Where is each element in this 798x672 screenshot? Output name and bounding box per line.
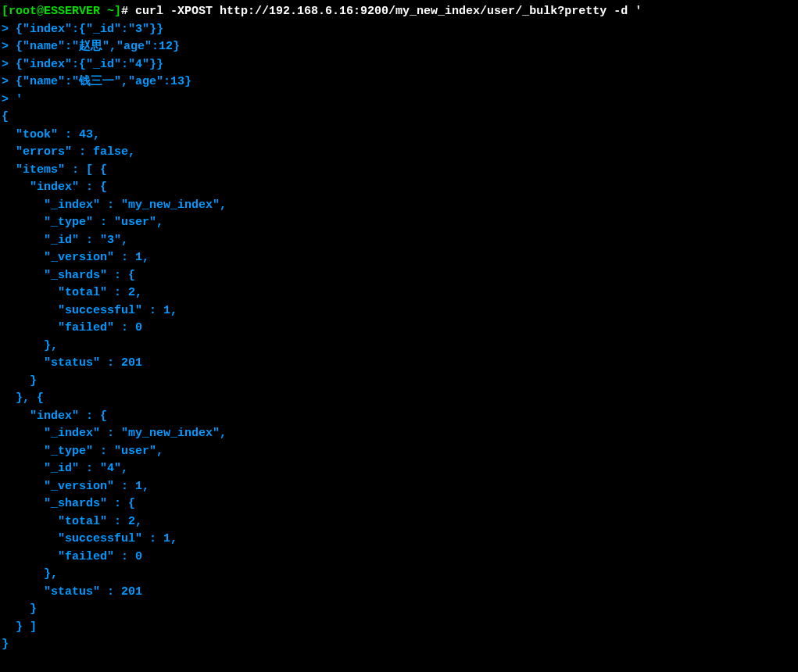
response-line-6: "_type" : "user", xyxy=(2,214,796,232)
input-line-4: > ' xyxy=(2,91,796,109)
response-line-18: "_index" : "my_new_index", xyxy=(2,425,796,443)
response-line-17: "index" : { xyxy=(2,408,796,426)
command-prompt-line: [root@ESSERVER ~]# curl -XPOST http://19… xyxy=(2,3,796,21)
response-line-0: { xyxy=(2,109,796,127)
input-line-3: > {"name":"钱三一","age":13} xyxy=(2,73,796,91)
input-line-2: > {"index":{"_id":"4"}} xyxy=(2,56,796,74)
response-line-22: "_shards" : { xyxy=(2,495,796,513)
response-line-1: "took" : 43, xyxy=(2,127,796,145)
response-line-3: "items" : [ { xyxy=(2,162,796,180)
prompt-hash: # xyxy=(121,5,135,18)
response-line-13: }, xyxy=(2,338,796,356)
response-line-11: "successful" : 1, xyxy=(2,302,796,320)
response-line-2: "errors" : false, xyxy=(2,144,796,162)
response-line-20: "_id" : "4", xyxy=(2,460,796,478)
response-line-4: "index" : { xyxy=(2,179,796,197)
response-line-16: }, { xyxy=(2,390,796,408)
response-line-5: "_index" : "my_new_index", xyxy=(2,197,796,215)
input-line-1: > {"name":"赵思","age":12} xyxy=(2,38,796,56)
input-line-0: > {"index":{"_id":"3"}} xyxy=(2,21,796,39)
response-line-30: } xyxy=(2,636,796,654)
command-text: curl -XPOST http://192.168.6.16:9200/my_… xyxy=(135,5,642,18)
response-line-28: } xyxy=(2,601,796,619)
response-line-25: "failed" : 0 xyxy=(2,549,796,567)
response-line-9: "_shards" : { xyxy=(2,267,796,285)
response-line-19: "_type" : "user", xyxy=(2,443,796,461)
terminal-window[interactable]: [root@ESSERVER ~]# curl -XPOST http://19… xyxy=(2,3,796,654)
response-line-7: "_id" : "3", xyxy=(2,232,796,250)
response-line-10: "total" : 2, xyxy=(2,284,796,302)
response-line-24: "successful" : 1, xyxy=(2,531,796,549)
response-line-15: } xyxy=(2,373,796,391)
prompt-user-host: [root@ESSERVER ~] xyxy=(2,5,121,18)
response-line-14: "status" : 201 xyxy=(2,355,796,373)
response-line-23: "total" : 2, xyxy=(2,513,796,531)
response-line-8: "_version" : 1, xyxy=(2,249,796,267)
response-line-27: "status" : 201 xyxy=(2,584,796,602)
response-line-21: "_version" : 1, xyxy=(2,478,796,496)
response-line-12: "failed" : 0 xyxy=(2,320,796,338)
response-line-29: } ] xyxy=(2,619,796,637)
response-line-26: }, xyxy=(2,566,796,584)
